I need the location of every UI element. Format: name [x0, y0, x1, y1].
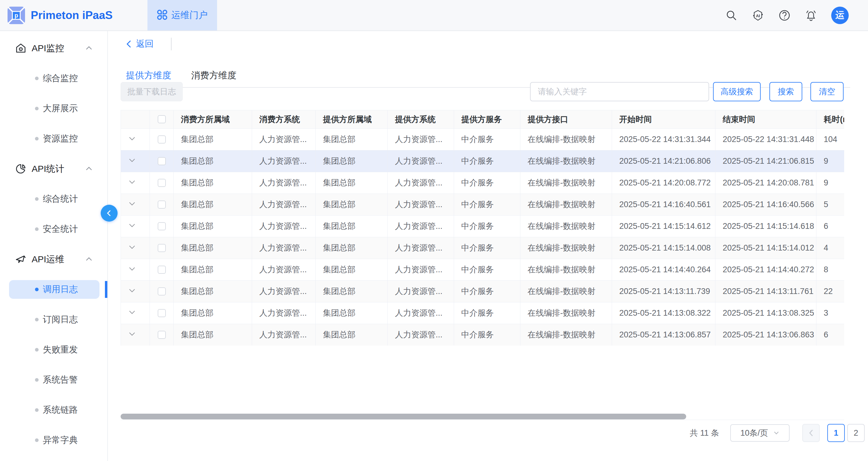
- cell-provider_domain: 集团总部: [316, 237, 388, 259]
- row-checkbox[interactable]: [158, 287, 166, 296]
- row-checkbox[interactable]: [158, 179, 166, 187]
- cell-provider_interface: 在线编排-数据映射: [520, 215, 612, 237]
- advanced-search-button[interactable]: 高级搜索: [713, 82, 761, 101]
- sidebar: API监控综合监控大屏展示资源监控API统计综合统计安全统计API运维调用日志订…: [0, 31, 108, 461]
- svg-text:AI: AI: [756, 13, 760, 18]
- sidebar-item-label: 订阅日志: [43, 313, 78, 326]
- row-checkbox[interactable]: [158, 244, 166, 252]
- bullet-icon: [35, 137, 39, 141]
- cell-provider_service: 中介服务: [454, 237, 520, 259]
- page-button-1[interactable]: 1: [827, 424, 845, 442]
- column-header: 提供方系统: [388, 110, 454, 128]
- row-expand-icon[interactable]: [128, 308, 136, 318]
- row-expand-icon[interactable]: [128, 286, 136, 296]
- column-header: 耗时(ms): [816, 110, 844, 128]
- table-row[interactable]: 集团总部人力资源管...集团总部人力资源管...中介服务在线编排-数据映射202…: [121, 280, 844, 302]
- sidebar-group-API监控[interactable]: API监控: [0, 33, 107, 63]
- sidebar-item-调用日志[interactable]: 调用日志: [0, 274, 107, 305]
- table-row[interactable]: 集团总部人力资源管...集团总部人力资源管...中介服务在线编排-数据映射202…: [121, 128, 844, 150]
- table-row[interactable]: 集团总部人力资源管...集团总部人力资源管...中介服务在线编排-数据映射202…: [121, 324, 844, 345]
- row-expand-icon[interactable]: [128, 199, 136, 210]
- cell-consumer_system: 人力资源管...: [252, 259, 316, 280]
- sidebar-item-订阅日志[interactable]: 订阅日志: [0, 305, 107, 335]
- row-expand-icon[interactable]: [128, 134, 136, 145]
- sidebar-item-失败重发[interactable]: 失败重发: [0, 335, 107, 365]
- page-size-select[interactable]: 10条/页: [730, 424, 789, 442]
- horizontal-scrollbar-thumb[interactable]: [121, 414, 686, 420]
- cell-consumer_system: 人力资源管...: [252, 324, 316, 345]
- cell-provider_interface: 在线编排-数据映射: [520, 128, 612, 150]
- checkbox-cell: [150, 280, 174, 302]
- notification-bell-icon[interactable]: [805, 9, 817, 22]
- prev-page-button[interactable]: [802, 424, 820, 442]
- cell-duration_ms: 5: [816, 193, 844, 215]
- row-checkbox[interactable]: [158, 222, 166, 230]
- sidebar-collapse-button[interactable]: [101, 205, 118, 222]
- sidebar-item-label: 安全统计: [43, 223, 78, 235]
- cell-consumer_domain: 集团总部: [174, 150, 252, 172]
- cell-consumer_domain: 集团总部: [174, 302, 252, 324]
- sidebar-item-安全统计[interactable]: 安全统计: [0, 214, 107, 244]
- checkbox-cell: [150, 324, 174, 345]
- cell-start_time: 2025-05-21 14:16:40.561: [612, 193, 715, 215]
- row-expand-icon[interactable]: [128, 330, 136, 340]
- table-toolbar: 批量下载日志 高级搜索 搜索 清空: [121, 82, 850, 102]
- cell-provider_system: 人力资源管...: [388, 128, 454, 150]
- select-all-checkbox[interactable]: [158, 115, 166, 123]
- user-avatar[interactable]: 运: [831, 7, 849, 24]
- tab-label: 提供方维度: [126, 69, 171, 82]
- row-expand-icon[interactable]: [128, 243, 136, 253]
- cell-consumer_domain: 集团总部: [174, 324, 252, 345]
- row-checkbox[interactable]: [158, 135, 166, 144]
- page-button-2[interactable]: 2: [847, 424, 865, 442]
- sidebar-item-label: 调用日志: [43, 283, 78, 296]
- row-expand-icon[interactable]: [128, 178, 136, 188]
- sidebar-item-资源监控[interactable]: 资源监控: [0, 124, 107, 154]
- expand-cell: [121, 215, 150, 237]
- sidebar-item-系统告警[interactable]: 系统告警: [0, 365, 107, 395]
- cell-provider_interface: 在线编排-数据映射: [520, 302, 612, 324]
- cell-consumer_system: 人力资源管...: [252, 280, 316, 302]
- batch-download-button[interactable]: 批量下载日志: [121, 82, 183, 101]
- table-row[interactable]: 集团总部人力资源管...集团总部人力资源管...中介服务在线编排-数据映射202…: [121, 302, 844, 324]
- table-row[interactable]: 集团总部人力资源管...集团总部人力资源管...中介服务在线编排-数据映射202…: [121, 172, 844, 193]
- help-icon[interactable]: [778, 9, 791, 22]
- expand-column-header: [121, 110, 150, 128]
- row-checkbox[interactable]: [158, 331, 166, 339]
- table-row[interactable]: 集团总部人力资源管...集团总部人力资源管...中介服务在线编排-数据映射202…: [121, 237, 844, 259]
- search-button[interactable]: 搜索: [769, 82, 802, 101]
- sidebar-group-API运维[interactable]: API运维: [0, 244, 107, 274]
- row-checkbox[interactable]: [158, 309, 166, 317]
- back-button[interactable]: 返回: [125, 38, 153, 50]
- sidebar-item-系统链路[interactable]: 系统链路: [0, 395, 107, 425]
- sidebar-item-大屏展示[interactable]: 大屏展示: [0, 93, 107, 124]
- cell-consumer_domain: 集团总部: [174, 237, 252, 259]
- sidebar-item-异常字典[interactable]: 异常字典: [0, 425, 107, 455]
- table-row[interactable]: 集团总部人力资源管...集团总部人力资源管...中介服务在线编排-数据映射202…: [121, 193, 844, 215]
- row-checkbox[interactable]: [158, 201, 166, 209]
- table-row[interactable]: 集团总部人力资源管...集团总部人力资源管...中介服务在线编排-数据映射202…: [121, 259, 844, 280]
- search-icon[interactable]: [725, 9, 738, 22]
- cell-end_time: 2025-05-22 14:31:31.448: [715, 128, 816, 150]
- tab-label: 消费方维度: [191, 69, 236, 82]
- brand-logo[interactable]: p Primeton iPaaS: [7, 0, 113, 30]
- clear-button[interactable]: 清空: [810, 82, 844, 101]
- table-row[interactable]: 集团总部人力资源管...集团总部人力资源管...中介服务在线编排-数据映射202…: [121, 215, 844, 237]
- chevron-up-icon: [85, 44, 93, 53]
- row-expand-icon[interactable]: [128, 156, 136, 166]
- ai-assistant-icon[interactable]: AI: [752, 9, 764, 22]
- row-checkbox[interactable]: [158, 157, 166, 165]
- row-expand-icon[interactable]: [128, 221, 136, 231]
- row-checkbox[interactable]: [158, 266, 166, 274]
- sidebar-item-综合监控[interactable]: 综合监控: [0, 63, 107, 93]
- sidebar-group-API统计[interactable]: API统计: [0, 154, 107, 184]
- sidebar-item-综合统计[interactable]: 综合统计: [0, 184, 107, 214]
- row-expand-icon[interactable]: [128, 265, 136, 275]
- portal-tab-ops[interactable]: 运维门户: [148, 0, 217, 30]
- checkbox-cell: [150, 150, 174, 172]
- keyword-search-input[interactable]: [530, 82, 709, 101]
- checkbox-cell: [150, 302, 174, 324]
- column-header: 结束时间: [715, 110, 816, 128]
- expand-cell: [121, 128, 150, 150]
- table-row[interactable]: 集团总部人力资源管...集团总部人力资源管...中介服务在线编排-数据映射202…: [121, 150, 844, 172]
